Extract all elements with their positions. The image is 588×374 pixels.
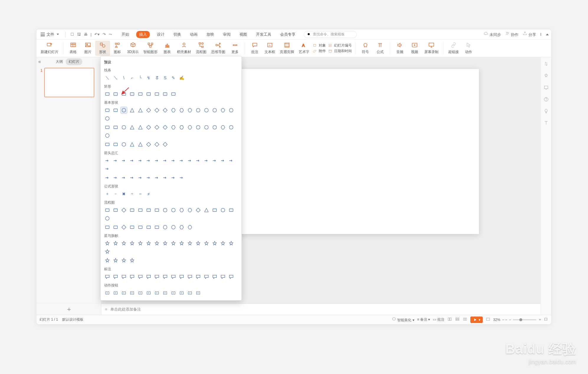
wordart-button[interactable]: A 艺术字 [296, 41, 312, 56]
shape-basic-4[interactable] [137, 107, 144, 113]
shape-basic-30[interactable] [211, 124, 218, 131]
shape-basic-35[interactable] [112, 141, 119, 148]
shape-flow-15[interactable] [228, 207, 234, 213]
new-slide-button[interactable]: 新建幻灯片 [38, 41, 61, 56]
datetime-button[interactable]: 日期和时间 [328, 49, 352, 54]
shape-line-3[interactable]: ⌐ [129, 75, 135, 81]
equation-button[interactable]: 公式 [373, 41, 387, 56]
kebab-menu[interactable]: ⁞ [540, 32, 542, 37]
collab-button[interactable]: 协作 [505, 31, 519, 37]
shape-callout-6[interactable] [154, 274, 160, 280]
shape-star-0[interactable] [104, 240, 111, 247]
shape-line-2[interactable]: \ [121, 75, 127, 81]
shape-basic-40[interactable] [154, 141, 160, 148]
shape-star-7[interactable] [162, 240, 168, 247]
shape-flow-5[interactable] [145, 207, 152, 213]
shape-arrow-7[interactable] [162, 157, 168, 164]
shape-basic-6[interactable] [154, 107, 160, 113]
symbol-button[interactable]: 符号 [358, 41, 373, 56]
tab-插入[interactable]: 插入 [136, 31, 150, 38]
tab-放映[interactable]: 放映 [205, 31, 216, 38]
shape-basic-29[interactable] [203, 124, 210, 131]
shape-basic-23[interactable] [154, 124, 160, 131]
shape-basic-14[interactable] [220, 107, 226, 113]
shape-rect-5[interactable] [145, 91, 152, 97]
shape-flow-10[interactable] [187, 207, 193, 213]
zoom-controls[interactable]: 32% − − − ＋ [493, 317, 548, 322]
star-icon[interactable] [543, 73, 549, 80]
screenrec-button[interactable]: 屏幕录制 [422, 41, 441, 56]
settings-icon[interactable] [543, 61, 549, 68]
textbox-button[interactable]: A 文本框 [262, 41, 277, 56]
shape-action-11[interactable] [195, 290, 201, 296]
mindmap-button[interactable]: 思维导图 [209, 41, 228, 56]
shape-flow-7[interactable] [162, 207, 168, 213]
shape-flow-13[interactable] [211, 207, 218, 213]
shape-star-11[interactable] [195, 240, 201, 247]
share-button[interactable]: 分享 [523, 31, 536, 37]
shape-flow-12[interactable] [203, 207, 210, 213]
shape-basic-26[interactable] [178, 124, 185, 131]
shape-line-7[interactable]: S [162, 75, 168, 81]
shape-basic-34[interactable] [104, 141, 111, 148]
slidenum-button[interactable]: #幻灯片编号 [328, 43, 352, 48]
tab-动画[interactable]: 动画 [188, 31, 199, 38]
add-slide-button[interactable]: ＋ [37, 303, 101, 315]
shape-basic-15[interactable] [228, 107, 234, 113]
shape-flow-6[interactable] [154, 207, 160, 213]
attachment-button[interactable]: 附件 [313, 49, 326, 54]
tab-开始[interactable]: 开始 [120, 31, 131, 38]
shape-star-16[interactable] [104, 248, 111, 255]
status-comments[interactable]: ▭ 批注 [433, 317, 444, 322]
shape-arrow-19[interactable] [121, 174, 127, 181]
sync-status[interactable]: 未同步 [484, 31, 501, 37]
shape-basic-38[interactable] [137, 141, 144, 148]
shape-flow-22[interactable] [145, 224, 152, 230]
shape-star-13[interactable] [211, 240, 218, 247]
shape-star-15[interactable] [228, 240, 234, 247]
shape-action-9[interactable] [178, 290, 185, 296]
collapse-ribbon-icon[interactable] [546, 34, 549, 35]
shape-rect-3[interactable] [129, 91, 135, 97]
shape-star-9[interactable] [178, 240, 185, 247]
shape-arrow-14[interactable] [220, 157, 226, 164]
shape-flow-20[interactable] [129, 224, 135, 230]
tab-开发工具[interactable]: 开发工具 [254, 31, 273, 38]
shape-star-20[interactable] [129, 257, 135, 264]
shape-star-1[interactable] [112, 240, 119, 247]
shape-basic-8[interactable] [170, 107, 177, 113]
shape-star-4[interactable] [137, 240, 144, 247]
shape-flow-24[interactable] [162, 224, 168, 230]
shape-action-7[interactable] [162, 290, 168, 296]
shape-callout-3[interactable] [129, 274, 135, 280]
shape-basic-31[interactable] [220, 124, 226, 131]
notes-pane[interactable]: ≡ 单击此处添加备注 [101, 304, 541, 315]
shape-line-0[interactable]: ＼ [104, 75, 111, 81]
shape-rect-6[interactable] [154, 91, 160, 97]
tab-视图[interactable]: 视图 [238, 31, 249, 38]
shape-arrow-21[interactable] [137, 174, 144, 181]
shape-basic-16[interactable] [104, 115, 111, 122]
shape-line-6[interactable]: ᘔ [154, 75, 160, 81]
slideshow-button[interactable]: ▾ [470, 317, 483, 323]
object-button[interactable]: 对象 [313, 43, 326, 48]
shape-flow-23[interactable] [154, 224, 160, 230]
shape-callout-7[interactable] [162, 274, 168, 280]
shape-arrow-15[interactable] [228, 157, 234, 164]
shape-arrow-9[interactable] [178, 157, 185, 164]
shape-star-14[interactable] [220, 240, 226, 247]
shape-flow-25[interactable] [170, 224, 177, 230]
more-button[interactable]: 更多 [228, 41, 242, 56]
shape-callout-10[interactable] [187, 274, 193, 280]
smart-beautify[interactable]: 智能美化 ▾ [392, 317, 414, 323]
zoom-out[interactable]: − [509, 318, 511, 322]
fit-window[interactable] [543, 317, 548, 322]
tab-切换[interactable]: 切换 [172, 31, 183, 38]
view-normal[interactable] [447, 317, 452, 322]
shape-basic-5[interactable] [145, 107, 152, 113]
shape-arrow-6[interactable] [154, 157, 160, 164]
tab-设计[interactable]: 设计 [155, 31, 166, 38]
headerfooter-button[interactable]: 页眉页脚 [277, 41, 296, 56]
shape-star-19[interactable] [121, 257, 127, 264]
shape-basic-27[interactable] [187, 124, 193, 131]
